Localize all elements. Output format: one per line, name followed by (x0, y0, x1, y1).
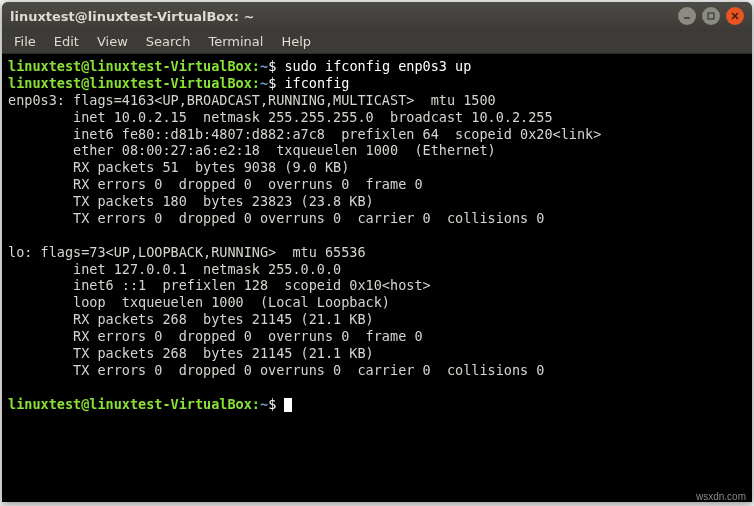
prompt-symbol: $ (268, 58, 276, 74)
minimize-button[interactable] (678, 7, 696, 25)
menubar: File Edit View Search Terminal Help (2, 30, 752, 54)
watermark: wsxdn.com (696, 491, 746, 502)
prompt-userhost: linuxtest@linuxtest-VirtualBox (8, 75, 252, 91)
menu-terminal[interactable]: Terminal (200, 32, 271, 51)
titlebar: linuxtest@linuxtest-VirtualBox: ~ (2, 2, 752, 30)
terminal-window: linuxtest@linuxtest-VirtualBox: ~ File E… (2, 2, 752, 502)
close-button[interactable] (726, 7, 744, 25)
prompt-sep: : (252, 58, 260, 74)
prompt-sep: : (252, 75, 260, 91)
maximize-button[interactable] (702, 7, 720, 25)
command-2: ifconfig (284, 75, 349, 91)
prompt-userhost: linuxtest@linuxtest-VirtualBox (8, 396, 252, 412)
window-controls (678, 7, 744, 25)
menu-help[interactable]: Help (273, 32, 319, 51)
terminal-output: enp0s3: flags=4163<UP,BROADCAST,RUNNING,… (8, 92, 601, 378)
svg-rect-1 (708, 13, 714, 19)
menu-file[interactable]: File (6, 32, 44, 51)
cursor (284, 398, 292, 412)
close-icon (731, 12, 739, 20)
prompt-symbol: $ (268, 396, 276, 412)
menu-search[interactable]: Search (138, 32, 199, 51)
command-1: sudo ifconfig enp0s3 up (284, 58, 471, 74)
minimize-icon (683, 12, 691, 20)
prompt-symbol: $ (268, 75, 276, 91)
menu-view[interactable]: View (89, 32, 136, 51)
prompt-path: ~ (260, 58, 268, 74)
maximize-icon (707, 12, 715, 20)
terminal-body[interactable]: linuxtest@linuxtest-VirtualBox:~$ sudo i… (2, 54, 752, 502)
prompt-userhost: linuxtest@linuxtest-VirtualBox (8, 58, 252, 74)
prompt-path: ~ (260, 75, 268, 91)
menu-edit[interactable]: Edit (46, 32, 87, 51)
window-title: linuxtest@linuxtest-VirtualBox: ~ (10, 9, 678, 24)
prompt-path: ~ (260, 396, 268, 412)
prompt-sep: : (252, 396, 260, 412)
